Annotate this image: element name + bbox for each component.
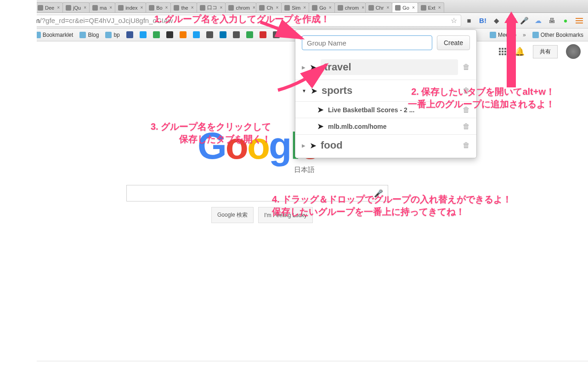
browser-tab[interactable]: Ch× xyxy=(256,2,282,12)
menu-icon[interactable] xyxy=(575,17,583,25)
annotation-4: 4. ドラッグ＆ドロップでグループの入れ替えができるよ！ 保存したいグループを一… xyxy=(272,193,512,218)
disclosure-icon[interactable]: ▶ xyxy=(302,143,305,148)
browser-tab[interactable]: the× xyxy=(170,2,197,12)
favicon-icon xyxy=(338,5,343,11)
create-button[interactable]: Create xyxy=(437,35,470,50)
tab-label: Sim xyxy=(292,5,300,11)
left-pad xyxy=(0,0,37,368)
browser-tab[interactable]: Ext× xyxy=(418,2,444,12)
annotation-3-line1: 3. グループ名をクリックして xyxy=(151,121,271,133)
ext-icon[interactable]: B! xyxy=(479,17,487,25)
tab-label: Dee xyxy=(45,5,54,11)
close-icon[interactable]: × xyxy=(165,5,168,10)
annotation-2-line2: 一番上のグループに追加されるよ！ xyxy=(408,98,555,110)
bookmark-icon[interactable] xyxy=(180,31,187,38)
close-icon[interactable]: × xyxy=(140,5,143,10)
ext-icon[interactable]: ☁ xyxy=(534,17,542,25)
svg-rect-0 xyxy=(507,18,516,87)
open-arrow-icon[interactable]: ➤ xyxy=(317,122,323,131)
logo-locale-label: 日本語 xyxy=(294,166,315,174)
bookmark-icon[interactable] xyxy=(233,31,240,38)
avatar[interactable] xyxy=(566,44,581,59)
bookmark-icon[interactable] xyxy=(166,31,173,38)
favicon-icon xyxy=(259,5,265,11)
favicon-icon xyxy=(92,5,98,11)
close-icon[interactable]: × xyxy=(109,5,112,10)
browser-tab[interactable]: Bo× xyxy=(146,2,171,12)
other-bookmarks[interactable]: Other Bookmarks xyxy=(532,32,583,38)
tab-label: index xyxy=(125,5,137,11)
bookmark-icon[interactable] xyxy=(193,31,200,38)
bookmark-icon[interactable] xyxy=(220,31,226,38)
bookmark-icon[interactable] xyxy=(206,31,213,38)
browser-tab[interactable]: Sim× xyxy=(281,2,309,12)
bookmark-item[interactable]: Blog xyxy=(79,32,99,38)
annotation-3-line2: 保存したタブを開く！ xyxy=(151,133,271,145)
tab-label: chrom xyxy=(345,5,359,11)
close-icon[interactable]: × xyxy=(84,5,86,10)
tab-label: Go xyxy=(402,5,409,11)
close-icon[interactable]: × xyxy=(253,5,255,10)
group-name-input[interactable] xyxy=(302,35,432,50)
search-button[interactable]: Google 検索 xyxy=(211,207,254,223)
ext-icon[interactable]: 🖶 xyxy=(548,17,556,25)
close-icon[interactable]: × xyxy=(412,5,415,10)
bookmark-label: bp xyxy=(113,32,119,38)
ext-icon[interactable]: ● xyxy=(561,17,570,25)
annotation-4-line1: 4. ドラッグ＆ドロップでグループの入れ替えができるよ！ xyxy=(272,193,512,206)
browser-tab[interactable]: chrom× xyxy=(334,2,366,12)
open-arrow-icon[interactable]: ➤ xyxy=(310,141,316,150)
browser-tab[interactable]: chrom× xyxy=(225,2,256,12)
close-icon[interactable]: × xyxy=(329,5,332,10)
close-icon[interactable]: × xyxy=(303,5,306,10)
browser-tab[interactable]: Chr× xyxy=(365,2,393,12)
trash-icon[interactable]: 🗑 xyxy=(463,122,470,131)
favicon-icon xyxy=(38,5,43,11)
browser-tab[interactable]: Go× xyxy=(309,2,335,12)
close-icon[interactable]: × xyxy=(57,5,60,10)
annotation-arrow-3 xyxy=(276,58,335,95)
open-arrow-icon[interactable]: ➤ xyxy=(317,105,323,114)
close-icon[interactable]: × xyxy=(438,5,441,10)
browser-tab[interactable]: Go× xyxy=(392,2,418,12)
annotation-4-line2: 保存したいグループを一番上に持ってきてね！ xyxy=(272,206,512,218)
bookmark-item[interactable]: bp xyxy=(105,32,119,38)
share-button[interactable]: 共有 xyxy=(533,45,558,58)
bookmark-item[interactable]: Bookmarklet xyxy=(34,32,74,38)
bookmark-icon[interactable] xyxy=(140,31,147,38)
favicon-icon xyxy=(312,5,317,11)
browser-tab[interactable]: index× xyxy=(115,2,146,12)
trash-icon[interactable]: 🗑 xyxy=(463,63,470,71)
browser-tab[interactable]: ma× xyxy=(89,2,115,12)
trash-icon[interactable]: 🗑 xyxy=(463,141,470,150)
favicon-icon xyxy=(395,5,401,11)
group-title[interactable]: travel xyxy=(321,59,458,75)
tab-label: the xyxy=(181,5,188,11)
favicon-icon xyxy=(118,5,124,11)
close-icon[interactable]: × xyxy=(386,5,389,10)
browser-tab[interactable]: jQu× xyxy=(62,2,90,12)
favicon-icon xyxy=(66,5,71,11)
close-icon[interactable]: × xyxy=(362,5,364,10)
close-icon[interactable]: × xyxy=(191,5,194,10)
folder-icon xyxy=(490,32,496,38)
annotation-2-line1: 2. 保存したいタブを開いてalt+w！ xyxy=(408,86,555,98)
group-title[interactable]: food xyxy=(321,139,458,151)
bookmark-icon[interactable] xyxy=(126,31,133,38)
bookmark-star-icon[interactable]: ☆ xyxy=(451,16,457,25)
favicon-icon xyxy=(200,5,205,11)
saved-tab-row[interactable]: ➤mlb.mlb.com/home🗑 xyxy=(295,118,476,135)
bookmark-icon[interactable] xyxy=(153,31,160,38)
annotation-3: 3. グループ名をクリックして 保存したタブを開く！ xyxy=(151,121,271,145)
overflow-icon[interactable]: » xyxy=(523,32,526,38)
tab-label: Ext xyxy=(428,5,435,11)
close-icon[interactable]: × xyxy=(276,5,278,10)
favicon-icon xyxy=(174,5,179,11)
browser-tab[interactable]: 口コ× xyxy=(197,2,226,12)
group-row[interactable]: ▶➤food🗑 xyxy=(295,135,476,156)
ext-icon[interactable]: ■ xyxy=(465,17,473,25)
browser-tab[interactable]: Dee× xyxy=(34,2,63,12)
close-icon[interactable]: × xyxy=(220,5,223,10)
bookmark-icon[interactable] xyxy=(246,31,253,38)
tab-label: jQu xyxy=(73,5,81,11)
